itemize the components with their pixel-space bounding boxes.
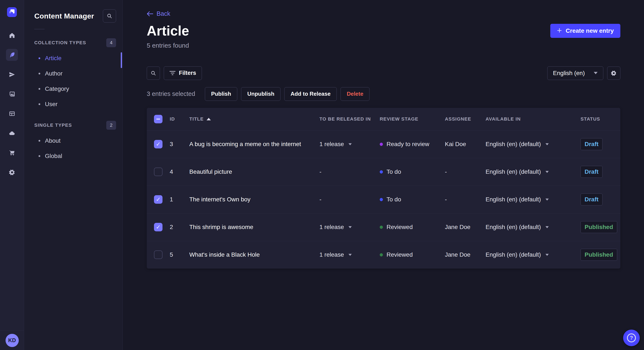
delete-button[interactable]: Delete — [340, 87, 370, 101]
back-link[interactable]: Back — [147, 10, 170, 17]
row-checkbox[interactable]: ✓ — [154, 140, 162, 149]
main-nav: KD — [0, 0, 24, 350]
strapi-admin-app: KD Content Manager COLLECTION TYPES 4 Ar… — [0, 0, 644, 350]
section-count-badge: 2 — [106, 121, 116, 130]
nav-item-content-manager[interactable] — [6, 49, 18, 61]
row-assignee: Jane Doe — [445, 251, 486, 258]
add-to-release-button[interactable]: Add to Release — [284, 87, 337, 101]
column-header-assignee[interactable]: ASSIGNEE — [445, 116, 486, 122]
row-checkbox[interactable]: ✓ — [154, 168, 162, 176]
subnav-item-global[interactable]: Global — [24, 149, 122, 164]
subnav-item-author[interactable]: Author — [24, 66, 122, 81]
status-badge: Draft — [580, 138, 602, 150]
table-row[interactable]: ✓ 3 A bug is becoming a meme on the inte… — [147, 130, 620, 158]
publish-button[interactable]: Publish — [205, 87, 237, 101]
review-stage-dot — [380, 143, 383, 146]
subnav-item-label: Category — [45, 85, 69, 92]
row-checkbox[interactable]: ✓ — [154, 250, 162, 259]
content-manager-subnav: Content Manager COLLECTION TYPES 4 Artic… — [24, 0, 123, 350]
layout-icon — [9, 110, 15, 117]
table-row[interactable]: ✓ 4 Beautiful picture - To do - English … — [147, 158, 620, 186]
row-released-in[interactable]: 1 release — [320, 224, 380, 230]
nav-item-marketplace[interactable] — [6, 147, 18, 159]
nav-item-media-library[interactable] — [6, 88, 18, 100]
divider — [34, 29, 44, 29]
table-row[interactable]: ✓ 2 This shrimp is awesome 1 release Rev… — [147, 213, 620, 241]
subnav-search-button[interactable] — [103, 9, 116, 22]
chevron-down-icon — [348, 143, 352, 145]
column-header-status[interactable]: STATUS — [580, 116, 620, 122]
status-badge: Published — [580, 249, 617, 261]
create-new-entry-label: Create new entry — [566, 27, 614, 34]
nav-item-deploy[interactable] — [6, 127, 18, 139]
row-review-stage: Reviewed — [380, 251, 445, 258]
table-row[interactable]: ✓ 1 The internet's Own boy - To do - Eng… — [147, 186, 620, 213]
status-badge: Draft — [580, 166, 602, 178]
column-header-title[interactable]: TITLE — [189, 116, 320, 122]
column-header-available-in[interactable]: AVAILABLE IN — [486, 116, 580, 122]
row-title: This shrimp is awesome — [189, 224, 320, 230]
bullet-icon — [38, 57, 40, 59]
row-assignee: Kai Doe — [445, 141, 486, 148]
back-label: Back — [156, 10, 170, 17]
row-id: 2 — [170, 224, 189, 230]
row-available-in[interactable]: English (en) (default) — [486, 141, 580, 148]
subnav-title: Content Manager — [34, 12, 94, 20]
row-released-in[interactable]: - — [320, 169, 380, 175]
nav-item-content-type-builder[interactable] — [6, 108, 18, 120]
row-available-in[interactable]: English (en) (default) — [486, 224, 580, 230]
row-available-in[interactable]: English (en) (default) — [486, 169, 580, 175]
column-header-id[interactable]: ID — [170, 116, 189, 122]
row-released-in[interactable]: - — [320, 196, 380, 203]
scrollbar-thumb[interactable] — [121, 52, 122, 68]
section-items: Article Author Category User — [24, 51, 122, 112]
entries-count-text: 5 entries found — [147, 42, 620, 49]
row-review-stage: Reviewed — [380, 224, 445, 230]
row-released-in[interactable]: 1 release — [320, 141, 380, 148]
nav-item-home[interactable] — [6, 29, 18, 41]
subnav-item-label: Article — [45, 55, 62, 62]
unpublish-button[interactable]: Unpublish — [241, 87, 280, 101]
filters-button[interactable]: Filters — [164, 66, 202, 80]
page-title: Article — [147, 24, 189, 38]
status-badge: Published — [580, 221, 617, 233]
locale-select[interactable]: English (en) — [547, 66, 603, 80]
subnav-item-user[interactable]: User — [24, 97, 122, 112]
search-icon — [150, 70, 156, 76]
row-available-in[interactable]: English (en) (default) — [486, 196, 580, 203]
indeterminate-dash-icon — [156, 119, 160, 120]
subnav-item-about[interactable]: About — [24, 133, 122, 149]
row-title: What's inside a Black Hole — [189, 251, 320, 258]
plus-icon: + — [557, 26, 562, 35]
table-row[interactable]: ✓ 5 What's inside a Black Hole 1 release… — [147, 241, 620, 269]
help-button[interactable]: ? — [623, 330, 640, 346]
check-icon: ✓ — [156, 141, 161, 147]
check-icon: ✓ — [156, 197, 161, 202]
table-search-button[interactable] — [147, 67, 160, 80]
row-assignee: - — [445, 169, 486, 175]
row-checkbox[interactable]: ✓ — [154, 223, 162, 231]
column-header-to-be-released-in[interactable]: TO BE RELEASED IN — [320, 116, 380, 122]
locale-selected-value: English (en) — [553, 70, 585, 77]
select-all-checkbox[interactable]: ✓ — [154, 115, 162, 123]
subnav-item-category[interactable]: Category — [24, 81, 122, 97]
row-released-in[interactable]: 1 release — [320, 251, 380, 258]
sort-asc-icon — [206, 118, 211, 120]
subnav-item-label: Global — [45, 153, 62, 160]
bullet-icon — [38, 140, 40, 142]
gear-icon — [611, 70, 617, 76]
entries-table: ✓ ID TITLE TO BE RELEASED IN REVIEW STAG… — [147, 108, 620, 269]
view-settings-button[interactable] — [607, 67, 620, 80]
nav-item-settings[interactable] — [6, 166, 18, 178]
bullet-icon — [38, 103, 40, 105]
column-header-review-stage[interactable]: REVIEW STAGE — [380, 116, 445, 122]
strapi-logo[interactable] — [7, 7, 17, 17]
row-available-in[interactable]: English (en) (default) — [486, 251, 580, 258]
subnav-item-label: Author — [45, 70, 62, 77]
subnav-item-article[interactable]: Article — [24, 51, 122, 66]
create-new-entry-button[interactable]: + Create new entry — [550, 24, 620, 38]
nav-item-releases[interactable] — [6, 68, 18, 80]
user-avatar[interactable]: KD — [6, 334, 19, 347]
row-checkbox[interactable]: ✓ — [154, 195, 162, 204]
row-id: 4 — [170, 169, 189, 175]
